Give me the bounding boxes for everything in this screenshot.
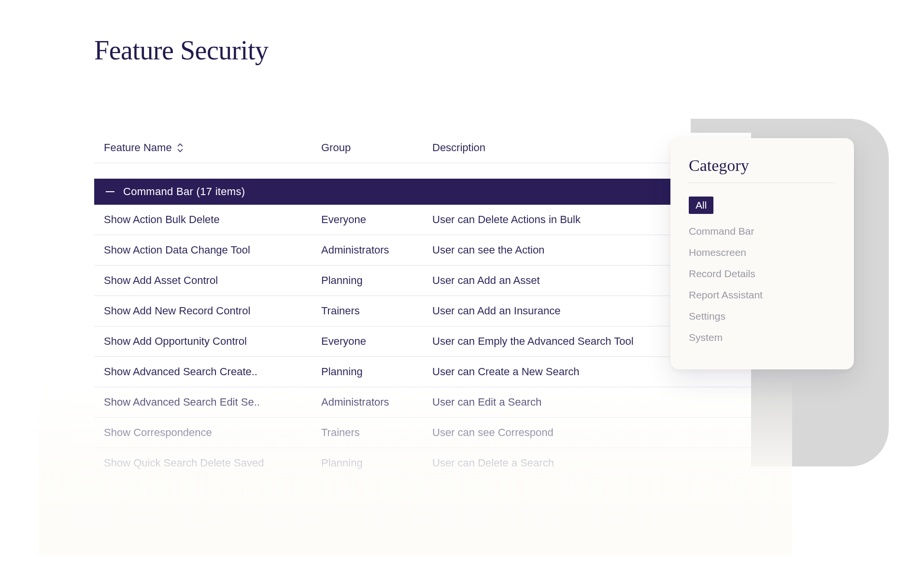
- table-body: Show Action Bulk Delete Everyone User ca…: [94, 205, 751, 479]
- collapse-icon[interactable]: [106, 191, 114, 192]
- cell-feature-name: Show Advanced Search Edit Se..: [104, 396, 321, 409]
- column-header-feature-name[interactable]: Feature Name: [104, 141, 321, 154]
- category-item-all[interactable]: All: [689, 197, 713, 214]
- category-panel: Category All Command Bar Homescreen Reco…: [670, 138, 854, 369]
- cell-group: Trainers: [321, 305, 432, 317]
- table-row[interactable]: Show Action Bulk Delete Everyone User ca…: [94, 205, 751, 235]
- cell-description: User can see Correspond: [432, 426, 741, 439]
- category-list: All Command Bar Homescreen Record Detail…: [689, 197, 836, 348]
- column-header-group[interactable]: Group: [321, 141, 432, 154]
- cell-feature-name: Show Action Data Change Tool: [104, 244, 321, 256]
- category-item-system[interactable]: System: [689, 327, 836, 348]
- category-panel-title: Category: [689, 156, 836, 183]
- table-row[interactable]: Show Advanced Search Edit Se.. Administr…: [94, 387, 751, 418]
- cell-group: Everyone: [321, 335, 432, 348]
- feature-table: Feature Name Group Description Command B…: [94, 133, 751, 479]
- cell-feature-name: Show Action Bulk Delete: [104, 213, 321, 226]
- cell-description: User can Edit a Search: [432, 396, 741, 409]
- group-header-label: Command Bar (17 items): [123, 185, 245, 198]
- group-header-command-bar[interactable]: Command Bar (17 items): [94, 179, 751, 205]
- category-item-record-details[interactable]: Record Details: [689, 263, 836, 284]
- cell-feature-name: Show Correspondence: [104, 426, 321, 439]
- column-header-label: Feature Name: [104, 141, 172, 154]
- category-item-settings[interactable]: Settings: [689, 306, 836, 327]
- cell-group: Planning: [321, 457, 432, 469]
- cell-feature-name: Show Add New Record Control: [104, 305, 321, 317]
- cell-group: Trainers: [321, 426, 432, 439]
- table-row[interactable]: Show Add New Record Control Trainers Use…: [94, 296, 751, 326]
- table-header-row: Feature Name Group Description: [94, 133, 751, 163]
- cell-group: Administrators: [321, 244, 432, 256]
- cell-feature-name: Show Quick Search Delete Saved: [104, 457, 321, 469]
- cell-feature-name: Show Add Opportunity Control: [104, 335, 321, 348]
- sort-icon[interactable]: [177, 143, 184, 153]
- cell-group: Everyone: [321, 213, 432, 226]
- cell-group: Administrators: [321, 396, 432, 409]
- cell-feature-name: Show Add Asset Control: [104, 274, 321, 287]
- category-item-report-assistant[interactable]: Report Assistant: [689, 284, 836, 306]
- table-row[interactable]: Show Add Opportunity Control Everyone Us…: [94, 326, 751, 357]
- table-row[interactable]: Show Quick Search Delete Saved Planning …: [94, 448, 751, 479]
- table-row[interactable]: Show Add Asset Control Planning User can…: [94, 266, 751, 296]
- table-row[interactable]: Show Correspondence Trainers User can se…: [94, 418, 751, 448]
- category-item-command-bar[interactable]: Command Bar: [689, 221, 836, 242]
- table-row[interactable]: Show Advanced Search Create.. Planning U…: [94, 357, 751, 387]
- cell-feature-name: Show Advanced Search Create..: [104, 366, 321, 378]
- cell-group: Planning: [321, 366, 432, 378]
- cell-description: User can Delete a Search: [432, 457, 741, 469]
- table-row[interactable]: Show Action Data Change Tool Administrat…: [94, 235, 751, 266]
- category-item-homescreen[interactable]: Homescreen: [689, 242, 836, 263]
- cell-group: Planning: [321, 274, 432, 287]
- page-title: Feature Security: [94, 35, 269, 66]
